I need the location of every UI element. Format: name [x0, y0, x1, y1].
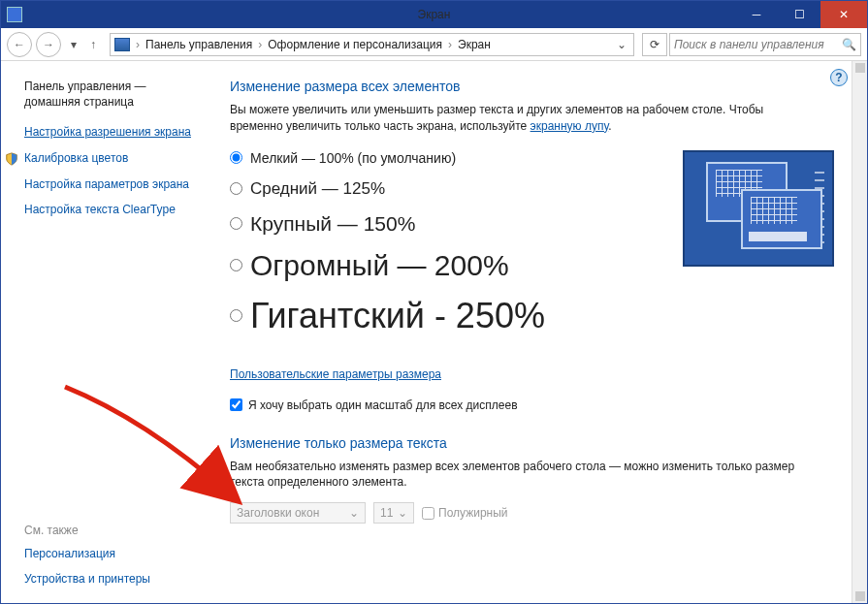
window-controls: ─ ☐ ✕: [735, 1, 867, 28]
combo-value: 11: [380, 506, 393, 520]
see-also-personalization[interactable]: Персонализация: [24, 547, 201, 562]
bold-label: Полужирный: [438, 506, 508, 520]
bold-checkbox-row[interactable]: Полужирный: [422, 506, 508, 520]
size-label: Огромный — 200%: [250, 249, 509, 282]
breadcrumb-sep-icon: ›: [136, 38, 140, 51]
chevron-down-icon: ⌄: [398, 506, 407, 520]
sidebar-link-calibration[interactable]: Калибровка цветов: [24, 151, 201, 167]
sidebar: Панель управления — домашняя страница На…: [1, 61, 214, 603]
text-only-description: Вам необязательно изменять размер всех э…: [230, 459, 831, 492]
font-size-combo[interactable]: 11 ⌄: [373, 502, 414, 524]
close-button[interactable]: ✕: [820, 1, 867, 28]
heading-resize-all: Изменение размера всех элементов: [230, 79, 848, 94]
breadcrumb-item[interactable]: Панель управления: [145, 38, 252, 51]
item-combo[interactable]: Заголовки окон ⌄: [230, 502, 366, 524]
shield-icon: [5, 152, 18, 166]
window-frame: Экран ─ ☐ ✕ ← → ▾ ↑ › Панель управления …: [0, 0, 868, 604]
content-area: Панель управления — домашняя страница На…: [1, 61, 867, 603]
control-panel-home-link[interactable]: Панель управления — домашняя страница: [24, 79, 201, 110]
size-radio-200[interactable]: [230, 259, 242, 271]
see-also-devices[interactable]: Устройства и принтеры: [24, 572, 201, 588]
titlebar: Экран ─ ☐ ✕: [1, 1, 867, 28]
window-title: Экран: [418, 8, 451, 21]
sidebar-link-label: Калибровка цветов: [24, 151, 128, 165]
bold-checkbox[interactable]: [422, 507, 434, 520]
search-input[interactable]: Поиск в панели управления 🔍: [669, 33, 861, 56]
breadcrumb-sep-icon: ›: [448, 38, 452, 51]
search-placeholder: Поиск в панели управления: [674, 38, 824, 51]
sidebar-link-display-settings[interactable]: Настройка параметров экрана: [24, 177, 201, 193]
size-label: Крупный — 150%: [250, 212, 415, 236]
search-icon: 🔍: [842, 38, 856, 51]
refresh-button[interactable]: ⟳: [642, 33, 667, 56]
size-label: Средний — 125%: [250, 179, 385, 199]
text-only-controls: Заголовки окон ⌄ 11 ⌄ Полужирный: [230, 502, 848, 524]
scrollbar[interactable]: [852, 61, 867, 603]
history-dropdown-icon[interactable]: ▾: [65, 33, 82, 56]
breadcrumb-item[interactable]: Экран: [458, 38, 491, 51]
sidebar-link-label: Настройка текста ClearType: [24, 203, 176, 216]
same-scale-label: Я хочу выбрать один масштаб для всех дис…: [248, 398, 518, 412]
help-icon[interactable]: ?: [830, 69, 848, 86]
sidebar-link-label: Настройка разрешения экрана: [24, 125, 191, 139]
size-radio-150[interactable]: [230, 217, 242, 230]
size-radio-125[interactable]: [230, 182, 242, 195]
forward-button[interactable]: →: [36, 32, 61, 57]
see-also-heading: См. также: [24, 524, 201, 537]
size-options: Мелкий — 100% (по умолчанию) Средний — 1…: [230, 150, 848, 354]
same-scale-checkbox[interactable]: [230, 398, 242, 411]
size-radio-250[interactable]: [230, 309, 242, 322]
minimize-button[interactable]: ─: [735, 1, 778, 28]
size-label: Мелкий — 100% (по умолчанию): [250, 150, 456, 166]
size-label: Гигантский - 250%: [250, 296, 545, 336]
size-radio-100[interactable]: [230, 151, 242, 164]
up-button[interactable]: ↑: [84, 33, 102, 56]
address-bar[interactable]: › Панель управления › Оформление и персо…: [110, 33, 634, 56]
maximize-button[interactable]: ☐: [778, 1, 820, 28]
sidebar-link-cleartype[interactable]: Настройка текста ClearType: [24, 203, 201, 218]
heading-text-only: Изменение только размера текста: [230, 435, 848, 451]
custom-size-link[interactable]: Пользовательские параметры размера: [230, 367, 441, 381]
size-option-250[interactable]: Гигантский - 250%: [230, 296, 848, 336]
main-panel: ? Изменение размера всех элементов Вы мо…: [214, 61, 867, 603]
resize-description: Вы можете увеличить или уменьшить размер…: [230, 102, 792, 135]
system-icon: [7, 7, 22, 22]
back-button[interactable]: ←: [7, 32, 32, 57]
magnifier-link[interactable]: экранную лупу: [530, 119, 609, 133]
address-dropdown-icon[interactable]: ⌄: [614, 38, 629, 51]
navbar: ← → ▾ ↑ › Панель управления › Оформление…: [1, 28, 867, 61]
breadcrumb-item[interactable]: Оформление и персонализация: [268, 38, 442, 51]
sidebar-link-resolution[interactable]: Настройка разрешения экрана: [24, 125, 201, 141]
breadcrumb-sep-icon: ›: [258, 38, 262, 51]
same-scale-checkbox-row[interactable]: Я хочу выбрать один масштаб для всех дис…: [230, 398, 848, 412]
chevron-down-icon: ⌄: [349, 506, 359, 520]
combo-value: Заголовки окон: [237, 506, 319, 520]
display-preview: [683, 150, 834, 267]
sidebar-link-label: Настройка параметров экрана: [24, 177, 189, 191]
display-icon: [114, 38, 130, 51]
